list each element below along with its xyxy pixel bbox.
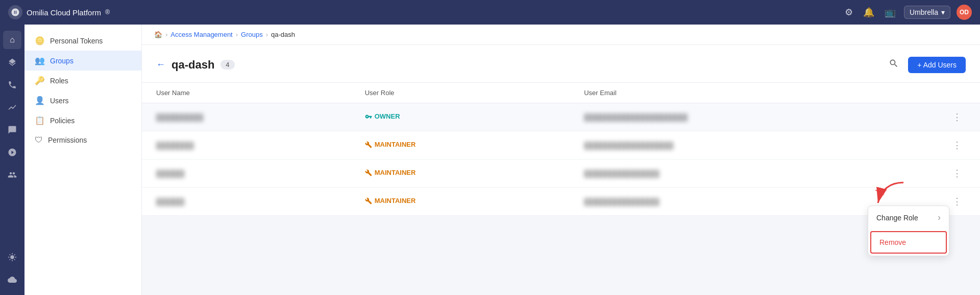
role-badge-owner: OWNER — [365, 112, 400, 120]
col-userrole: User Role — [351, 83, 570, 103]
breadcrumb-sep-3: › — [266, 31, 268, 38]
policies-label: Policies — [50, 117, 75, 125]
page-title-row: ← qa-dash 4 — [156, 58, 235, 72]
user-name-blurred: ██████ — [156, 198, 184, 206]
nav-item-users[interactable]: 👤 Users — [24, 90, 141, 110]
user-name-cell: ██████ — [142, 160, 351, 188]
user-actions-cell: ⋮ — [934, 131, 980, 160]
settings-icon[interactable]: ⚙ — [843, 5, 855, 20]
roles-icon: 🔑 — [35, 76, 45, 85]
users-table: User Name User Role User Email █████████… — [142, 83, 980, 216]
bell-icon[interactable]: 🔔 — [861, 5, 876, 20]
sidebar-icon-light[interactable] — [3, 248, 21, 266]
remove-label: Remove — [879, 238, 906, 246]
user-name-cell: ████████ — [142, 131, 351, 160]
policies-icon: 📋 — [35, 116, 45, 125]
page-header: ← qa-dash 4 + Add Users — [142, 45, 980, 83]
users-label: Users — [50, 97, 69, 105]
logo-icon — [8, 5, 22, 19]
count-badge: 4 — [220, 60, 234, 70]
app-title: Omilia Cloud Platform® — [27, 8, 110, 17]
sidebar-icon-chat[interactable] — [3, 121, 21, 139]
user-role-cell: OWNER — [351, 103, 570, 131]
monitor-icon[interactable]: 📺 — [883, 5, 898, 20]
home-breadcrumb-icon[interactable]: 🏠 — [154, 31, 162, 38]
user-name-cell: ██████ — [142, 188, 351, 216]
sidebar-icon-home[interactable]: ⌂ — [3, 31, 21, 49]
top-navigation: Omilia Cloud Platform® ⚙ 🔔 📺 Umbrella ▾ … — [0, 0, 980, 25]
search-button[interactable] — [886, 55, 902, 74]
user-email-cell: ██████████████████████ — [570, 103, 934, 131]
roles-label: Roles — [50, 77, 68, 85]
add-users-button[interactable]: + Add Users — [908, 57, 966, 73]
header-actions: + Add Users — [886, 55, 966, 74]
user-name-cell: ██████████ — [142, 103, 351, 131]
role-badge-maintainer: MAINTAINER — [365, 169, 416, 176]
chevron-right-icon: › — [938, 212, 941, 223]
remove-menu-item[interactable]: Remove — [870, 231, 947, 254]
row-actions-button[interactable]: ⋮ — [948, 167, 966, 180]
change-role-label: Change Role — [876, 214, 918, 222]
users-icon: 👤 — [35, 96, 45, 105]
breadcrumb-sep-2: › — [236, 31, 238, 38]
table-row: ██████ MAINTAINER ████████████████ — [142, 188, 980, 216]
user-actions-cell: ⋮ — [934, 103, 980, 131]
sidebar-icon-deploy[interactable] — [3, 166, 21, 184]
row-actions-button[interactable]: ⋮ — [948, 195, 966, 208]
sidebar-icon-phone[interactable] — [3, 76, 21, 94]
table-row: ████████ MAINTAINER ███████████████████ — [142, 131, 980, 160]
top-nav-right: ⚙ 🔔 📺 Umbrella ▾ OD — [843, 5, 972, 20]
breadcrumb-sep-1: › — [165, 31, 167, 38]
user-email-blurred: ████████████████ — [584, 170, 659, 177]
role-badge-maintainer: MAINTAINER — [365, 141, 416, 148]
main-content-area: 🏠 › Access Management › Groups › qa-dash… — [142, 25, 980, 295]
user-avatar[interactable]: OD — [957, 5, 972, 20]
table-row: ██████ MAINTAINER ████████████████ — [142, 160, 980, 188]
sidebar-icon-layers[interactable] — [3, 53, 21, 72]
col-username: User Name — [142, 83, 351, 103]
groups-icon: 👥 — [35, 56, 45, 65]
breadcrumb-access-management[interactable]: Access Management — [170, 31, 232, 38]
change-role-menu-item[interactable]: Change Role › — [868, 206, 949, 229]
sidebar-icon-analytics[interactable] — [3, 98, 21, 117]
row-actions-button-active[interactable]: ⋮ — [948, 139, 966, 152]
org-selector[interactable]: Umbrella ▾ — [904, 6, 950, 19]
icon-sidebar: ⌂ — [0, 25, 24, 295]
user-name-blurred: ██████ — [156, 170, 184, 177]
user-actions-cell: ⋮ — [934, 160, 980, 188]
user-email-blurred: ██████████████████████ — [584, 114, 688, 121]
sidebar-icon-integrations[interactable] — [3, 143, 21, 162]
col-actions — [934, 83, 980, 103]
back-button[interactable]: ← — [156, 59, 165, 70]
page-title: qa-dash — [172, 58, 214, 72]
breadcrumb-current: qa-dash — [271, 31, 295, 38]
breadcrumb: 🏠 › Access Management › Groups › qa-dash — [142, 25, 980, 45]
user-role-cell: MAINTAINER — [351, 188, 570, 216]
groups-label: Groups — [50, 57, 74, 65]
permissions-icon: 🛡 — [35, 135, 43, 145]
personal-tokens-icon: 🪙 — [35, 36, 45, 46]
left-navigation-panel: 🪙 Personal Tokens 👥 Groups 🔑 Roles 👤 Use… — [24, 25, 142, 295]
page-content-area: ← qa-dash 4 + Add Users User Name — [142, 45, 980, 295]
nav-item-groups[interactable]: 👥 Groups — [24, 51, 141, 71]
row-actions-button[interactable]: ⋮ — [948, 110, 966, 124]
nav-item-permissions[interactable]: 🛡 Permissions — [24, 130, 141, 150]
nav-item-roles[interactable]: 🔑 Roles — [24, 71, 141, 90]
app-layout: ⌂ 🪙 Personal Tokens — [0, 25, 980, 295]
user-name-blurred: ████████ — [156, 142, 194, 149]
user-email-cell: ████████████████ — [570, 160, 934, 188]
user-email-cell: ███████████████████ — [570, 131, 934, 160]
user-name-blurred: ██████████ — [156, 114, 203, 121]
nav-item-policies[interactable]: 📋 Policies — [24, 110, 141, 130]
user-email-blurred: ███████████████████ — [584, 142, 673, 149]
nav-item-personal-tokens[interactable]: 🪙 Personal Tokens — [24, 31, 141, 51]
row-actions-dropdown: Change Role › Remove — [868, 206, 949, 256]
user-role-cell: MAINTAINER — [351, 131, 570, 160]
col-useremail: User Email — [570, 83, 934, 103]
role-badge-maintainer: MAINTAINER — [365, 197, 416, 205]
breadcrumb-groups[interactable]: Groups — [241, 31, 263, 38]
user-email-blurred: ████████████████ — [584, 198, 659, 206]
table-row: ██████████ OWNER ██████████████████████ — [142, 103, 980, 131]
top-nav-left: Omilia Cloud Platform® — [8, 5, 110, 19]
sidebar-icon-cloud[interactable] — [3, 270, 21, 289]
